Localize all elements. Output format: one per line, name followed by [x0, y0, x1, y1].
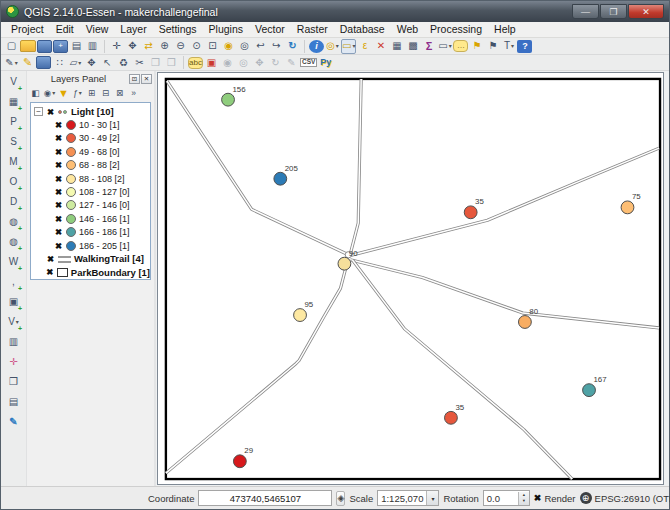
touch-zoom-pan-button[interactable]: ✛ — [109, 39, 124, 54]
toggle-editing-button[interactable]: ✎ — [20, 55, 35, 70]
panel-overflow-button[interactable]: » — [127, 87, 140, 100]
add-vector-layer-button[interactable]: V — [6, 74, 21, 90]
new-bookmark-button[interactable]: ⚑ — [469, 39, 484, 54]
current-edits-button[interactable]: ✎▾ — [4, 55, 19, 70]
help-button[interactable]: ? — [517, 40, 532, 53]
add-raster-layer-button[interactable]: ▦ — [6, 94, 21, 110]
pan-map-button[interactable]: ✥ — [125, 39, 140, 54]
add-postgis-layer-button[interactable]: P — [6, 114, 21, 130]
crs-button[interactable]: ⊕ EPSG:26910 (OTF) — [580, 492, 670, 504]
layer-row[interactable]: −✖Light [10] — [31, 105, 150, 118]
layer-labeling-button[interactable]: abc — [188, 57, 203, 69]
zoom-in-button[interactable]: ⊕ — [157, 39, 172, 54]
class-checkbox[interactable]: ✖ — [54, 187, 63, 197]
open-project-button[interactable] — [20, 40, 36, 52]
menu-plugins[interactable]: Plugins — [203, 22, 249, 37]
remove-layer-button[interactable]: ⊠ — [113, 87, 126, 100]
refresh-map-button[interactable]: ↻ — [285, 39, 300, 54]
add-virtual-layer-button[interactable]: ▣ — [6, 294, 21, 310]
new-shapefile-layer-button[interactable]: V▾ — [6, 314, 21, 330]
text-annotation-dropdown[interactable]: ▾ — [511, 43, 514, 49]
node-tool-button[interactable]: ↖ — [100, 55, 115, 70]
change-label-button[interactable]: ✎ — [284, 55, 299, 70]
menu-layer[interactable]: Layer — [114, 22, 152, 37]
current-edits-dropdown[interactable]: ▾ — [15, 60, 18, 66]
measure-dropdown[interactable]: ▾ — [449, 43, 452, 49]
add-wfs-layer-button[interactable]: W — [6, 254, 21, 270]
menu-project[interactable]: Project — [5, 22, 50, 37]
class-checkbox[interactable]: ✖ — [54, 227, 63, 237]
class-checkbox[interactable]: ✖ — [54, 120, 63, 130]
layer-row[interactable]: ✖ParkBoundary [1] — [31, 266, 150, 279]
add-oracle-layer-button[interactable]: O — [6, 174, 21, 190]
class-checkbox[interactable]: ✖ — [54, 174, 63, 184]
select-by-expression-button[interactable]: ε — [357, 39, 372, 54]
menu-database[interactable]: Database — [334, 22, 391, 37]
legend-class-row[interactable]: ✖10 - 30 [1] — [31, 118, 150, 131]
class-checkbox[interactable]: ✖ — [54, 160, 63, 170]
toggle-extents-button[interactable]: ◈ — [336, 491, 345, 506]
legend-class-row[interactable]: ✖127 - 146 [0] — [31, 199, 150, 212]
menu-edit[interactable]: Edit — [50, 22, 80, 37]
spin-down-icon[interactable]: ▾ — [519, 498, 529, 505]
filter-by-expression-button[interactable]: ƒ▾ — [71, 87, 84, 100]
filter-by-expression-dropdown[interactable]: ▾ — [79, 90, 82, 96]
menu-web[interactable]: Web — [391, 22, 424, 37]
add-wms-layer-button[interactable]: ◍ — [6, 214, 21, 230]
class-checkbox[interactable]: ✖ — [54, 241, 63, 251]
legend-class-row[interactable]: ✖186 - 205 [1] — [31, 239, 150, 252]
filter-legend-button[interactable]: ▼ — [57, 87, 70, 100]
menu-raster[interactable]: Raster — [291, 22, 334, 37]
add-circle-feature-button[interactable]: ▱▾ — [68, 55, 83, 70]
statistical-summary-button[interactable]: Σ — [421, 39, 436, 54]
add-delimited-text-layer-button[interactable]: , — [6, 274, 21, 290]
cut-features-button[interactable]: ✂ — [132, 55, 147, 70]
new-print-composer-button[interactable]: ▤ — [69, 39, 84, 54]
class-checkbox[interactable]: ✖ — [54, 214, 63, 224]
pan-to-selection-button[interactable]: ⇄ — [141, 39, 156, 54]
open-attribute-table-button[interactable]: ▦ — [389, 39, 404, 54]
add-feature-button[interactable]: ∷ — [52, 55, 67, 70]
legend-class-row[interactable]: ✖49 - 68 [0] — [31, 145, 150, 158]
class-checkbox[interactable]: ✖ — [54, 147, 63, 157]
db-manager-button[interactable]: ▤ — [6, 394, 21, 410]
show-bookmarks-button[interactable]: ⚑ — [485, 39, 500, 54]
add-delimited-text-csv-button[interactable]: CSV — [300, 55, 317, 70]
field-calculator-button[interactable]: ▩ — [405, 39, 420, 54]
menu-view[interactable]: View — [80, 22, 115, 37]
add-wcs-layer-button[interactable]: ◍ — [6, 234, 21, 250]
panel-float-button[interactable]: ⊡ — [129, 74, 140, 84]
collapse-all-button[interactable]: ⊟ — [99, 87, 112, 100]
zoom-to-selection-button[interactable]: ◉ — [221, 39, 236, 54]
legend-class-row[interactable]: ✖166 - 186 [1] — [31, 226, 150, 239]
move-label-button[interactable]: ✥ — [252, 55, 267, 70]
panel-close-button[interactable]: ✕ — [141, 74, 152, 84]
paste-features-button[interactable]: ❒ — [164, 55, 179, 70]
measure-button[interactable]: ▭▾ — [437, 39, 452, 54]
zoom-native-button[interactable]: ⊙ — [189, 39, 204, 54]
close-button[interactable]: ✕ — [628, 4, 664, 19]
map-tips-button[interactable]: … — [453, 40, 468, 52]
copy-features-button[interactable]: ❐ — [148, 55, 163, 70]
layer-checkbox[interactable]: ✖ — [46, 107, 55, 117]
layer-expander[interactable]: − — [34, 107, 43, 116]
rotation-spin-arrows[interactable]: ▴▾ — [518, 492, 529, 505]
layer-checkbox[interactable]: ✖ — [46, 254, 55, 264]
open-layer-styling-button[interactable]: ◧ — [29, 87, 42, 100]
zoom-to-layer-button[interactable]: ◎ — [237, 39, 252, 54]
legend-class-row[interactable]: ✖146 - 166 [1] — [31, 212, 150, 225]
new-spatialite-layer-button[interactable]: ▥ — [6, 334, 21, 350]
add-db2-layer-button[interactable]: D — [6, 194, 21, 210]
zoom-next-button[interactable]: ↪ — [269, 39, 284, 54]
zoom-full-button[interactable]: ⊡ — [205, 39, 220, 54]
deselect-all-button[interactable]: ✕ — [373, 39, 388, 54]
layer-checkbox[interactable]: ✖ — [46, 267, 54, 277]
paste-as-new-layer-button[interactable]: ❐ — [6, 374, 21, 390]
osm-place-search-button[interactable]: ✎ — [6, 414, 21, 430]
minimize-button[interactable]: — — [572, 4, 599, 19]
scale-dropdown-icon[interactable]: ▾ — [426, 491, 438, 505]
class-checkbox[interactable]: ✖ — [54, 133, 63, 143]
layer-row[interactable]: ✖WalkingTrail [4] — [31, 252, 150, 265]
rotation-spinbox[interactable]: 0.0 ▴▾ — [483, 490, 530, 506]
python-console-button[interactable]: Py — [318, 55, 333, 70]
